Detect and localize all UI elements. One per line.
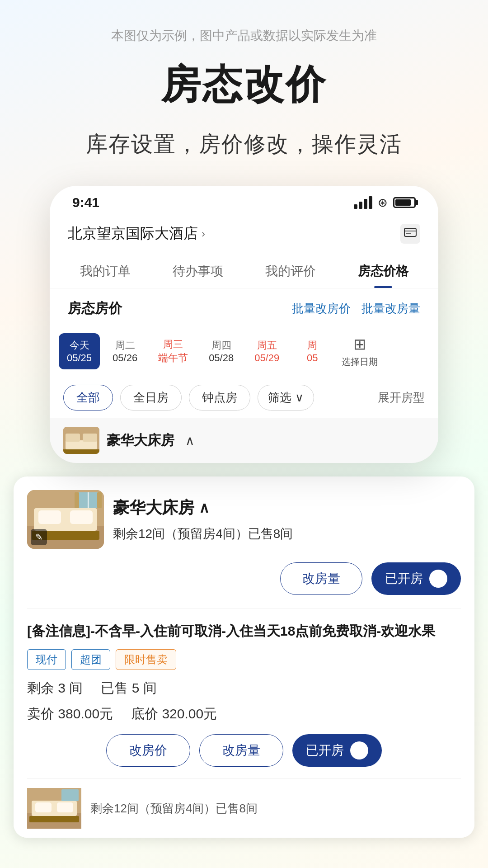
date-item-wed[interactable]: 周三 端午节 [150,332,196,370]
tab-pending[interactable]: 待办事项 [151,253,244,288]
peek-room-info: 剩余12间（预留房4间）已售8间 [90,801,258,816]
phone-mockup: 9:41 ⊛ 北京望京国际大酒店 › [50,186,438,463]
room-type-name: 豪华大床房 [107,431,174,450]
floor-price: 底价 320.00元 [131,705,217,723]
svg-rect-11 [38,510,61,524]
tab-room-status[interactable]: 房态价格 [337,253,429,288]
sell-price: 卖价 380.00元 [27,705,113,723]
nav-tabs: 我的订单 待办事项 我的评价 房态价格 [50,253,438,288]
filter-all-btn[interactable]: 全部 [63,385,113,410]
tag-instant-pay: 现付 [27,649,66,670]
card-room-stats: 剩余12间（预留房4间）已售8间 [113,525,461,542]
date-item-today[interactable]: 今天 05/25 [59,333,100,369]
peek-thumbnail [27,788,81,829]
sold-rooms: 已售 5 间 [101,679,156,698]
status-icons: ⊛ [354,196,416,210]
rate-plan-title: [备注信息]-不含早-入住前可取消-入住当天18点前免费取消-欢迎水果 [27,621,461,641]
svg-rect-12 [70,510,93,524]
toggle-circle-rate [350,741,368,760]
batch-actions: 批量改房价 批量改房量 [292,301,420,316]
change-quantity-btn[interactable]: 改房量 [280,562,362,595]
card-room-actions: 改房量 已开房 [14,558,474,609]
batch-price-btn[interactable]: 批量改房价 [292,301,351,316]
card-room-header: ✎ 豪华大床房 ∧ 剩余12间（预留房4间）已售8间 [14,476,474,558]
rate-plan-section: [备注信息]-不含早-入住前可取消-入住当天18点前免费取消-欢迎水果 现付 超… [14,609,474,778]
svg-rect-17 [97,492,102,508]
svg-rect-16 [75,492,79,508]
tag-limited-sale: 限时售卖 [116,649,176,670]
tag-super-group: 超团 [71,649,110,670]
room-section-header: 房态房价 批量改房价 批量改房量 [50,288,438,325]
disclaimer-text: 本图仅为示例，图中产品或数据以实际发生为准 [0,0,488,58]
change-price-btn[interactable]: 改房价 [106,734,190,767]
svg-rect-24 [61,789,79,801]
room-type-list-header: 豪华大床房 ∧ [50,418,438,463]
pencil-icon: ✎ [35,532,43,542]
date-item-fri[interactable]: 周五 05/29 [246,333,287,369]
edit-thumbnail-btn[interactable]: ✎ [31,529,47,545]
battery-icon [393,197,416,208]
tab-my-orders[interactable]: 我的订单 [59,253,151,288]
svg-rect-5 [66,434,80,442]
signal-icon [354,196,372,209]
date-selector: 今天 05/25 周二 05/26 周三 端午节 周四 05/28 周五 05/… [50,325,438,377]
hotel-name-btn[interactable]: 北京望京国际大酒店 › [68,224,205,244]
app-header: 北京望京国际大酒店 › [50,215,438,253]
filter-bar: 全部 全日房 钟点房 筛选 ∨ 展开房型 [50,377,438,418]
expand-rooms-btn[interactable]: 展开房型 [378,390,425,406]
svg-rect-6 [83,434,97,442]
svg-rect-22 [57,802,73,812]
svg-rect-23 [29,816,79,822]
rate-plan-price: 卖价 380.00元 底价 320.00元 [27,705,461,723]
chevron-down-icon: ∨ [295,391,304,405]
room-type-thumbnail [63,427,99,454]
status-bar: 9:41 ⊛ [50,186,438,215]
toggle-circle [429,570,447,588]
svg-rect-7 [63,449,99,454]
open-room-toggle[interactable]: 已开房 [371,562,461,595]
bottom-peek: 剩余12间（预留房4间）已售8间 [14,779,474,838]
card-room-thumbnail: ✎ [27,490,104,549]
message-icon[interactable] [400,224,420,244]
rate-plan-actions: 改房价 改房量 已开房 [27,734,461,767]
tab-reviews[interactable]: 我的评价 [244,253,337,288]
chevron-icon: › [202,227,205,240]
svg-rect-21 [35,802,52,812]
rate-plan-stats: 剩余 3 间 已售 5 间 [27,679,461,698]
filter-group: 全部 全日房 钟点房 筛选 ∨ [63,385,314,410]
rate-tags: 现付 超团 限时售卖 [27,649,461,670]
filter-dropdown-btn[interactable]: 筛选 ∨ [258,385,314,410]
status-time: 9:41 [72,195,99,210]
filter-hourly-btn[interactable]: 钟点房 [189,385,250,410]
open-rate-toggle[interactable]: 已开房 [292,734,382,767]
filter-fullday-btn[interactable]: 全日房 [120,385,182,410]
batch-quantity-btn[interactable]: 批量改房量 [361,301,420,316]
remaining-rooms: 剩余 3 间 [27,679,83,698]
date-item-thu[interactable]: 周四 05/28 [201,333,242,369]
room-section-title: 房态房价 [68,299,122,318]
change-rate-quantity-btn[interactable]: 改房量 [199,734,283,767]
collapse-icon-card[interactable]: ∧ [199,499,209,516]
card-room-info: 豪华大床房 ∧ 剩余12间（预留房4间）已售8间 [113,497,461,542]
room-detail-card: ✎ 豪华大床房 ∧ 剩余12间（预留房4间）已售8间 改房量 已开房 [备注信息… [14,476,474,838]
date-item-tue[interactable]: 周二 05/26 [104,333,145,369]
svg-rect-0 [404,228,416,236]
date-item-sat[interactable]: 周 05 [292,333,333,369]
calendar-btn[interactable]: ⊞ 选择日期 [342,335,378,368]
wifi-icon: ⊛ [378,196,388,210]
page-subtitle: 库存设置，房价修改，操作灵活 [0,130,488,159]
collapse-icon[interactable]: ∧ [185,433,195,448]
page-main-title: 房态改价 [0,58,488,112]
